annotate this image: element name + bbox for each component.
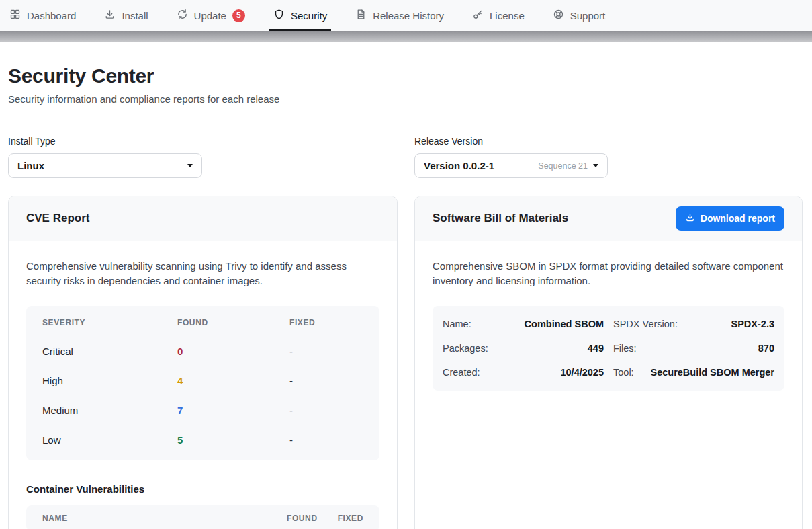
cve-report-card: CVE Report Comprehensive vulnerability s…	[8, 196, 398, 529]
severity-label: Low	[42, 434, 177, 446]
nav-label: License	[490, 10, 525, 22]
nav-item-support[interactable]: Support	[553, 0, 606, 31]
refresh-icon	[177, 9, 188, 22]
release-version-value: Version 0.0.2-1	[424, 160, 494, 171]
fixed-count: -	[289, 434, 363, 446]
page-content: Security Center Security information and…	[0, 65, 812, 529]
release-version-label: Release Version	[414, 136, 803, 147]
sbom-body: Comprehensive SBOM in SPDX format provid…	[415, 241, 802, 408]
found-count: 4	[177, 375, 289, 386]
key-icon	[472, 9, 484, 22]
nav-item-update[interactable]: Update 5	[177, 0, 245, 31]
install-type-filter: Install Type Linux	[8, 136, 398, 178]
sbom-info-files: Files: 870	[613, 336, 774, 360]
column-header-severity: SEVERITY	[42, 318, 177, 327]
nav-label: Release History	[373, 10, 444, 22]
document-icon	[355, 9, 367, 22]
info-value: 449	[588, 343, 604, 354]
lifebuoy-icon	[553, 9, 564, 22]
column-header-name: NAME	[42, 514, 287, 523]
shield-icon	[273, 9, 285, 22]
download-icon	[104, 9, 116, 22]
download-report-button[interactable]: Download report	[676, 206, 784, 231]
nav-label: Support	[570, 10, 606, 22]
info-label: SPDX Version:	[613, 319, 678, 329]
dashboard-grid-icon	[9, 9, 21, 22]
cve-report-body: Comprehensive vulnerability scanning usi…	[9, 241, 397, 529]
download-report-label: Download report	[701, 213, 775, 224]
container-vulnerabilities-title: Container Vulnerabilities	[26, 483, 379, 495]
fixed-count: -	[289, 375, 363, 386]
cve-report-description: Comprehensive vulnerability scanning usi…	[26, 259, 379, 288]
column-header-fixed: FIXED	[289, 318, 363, 327]
table-row: Medium 7 -	[26, 396, 379, 425]
info-value: SecureBuild SBOM Merger	[650, 367, 774, 378]
severity-label: Critical	[42, 345, 177, 357]
nav-item-install[interactable]: Install	[104, 0, 148, 31]
install-type-select[interactable]: Linux	[8, 153, 202, 178]
nav-label: Dashboard	[27, 10, 76, 22]
sbom-header: Software Bill of Materials Download repo…	[415, 196, 802, 241]
nav-label: Update	[194, 10, 226, 22]
sbom-info-spdx-version: SPDX Version: SPDX-2.3	[613, 312, 774, 336]
fixed-count: -	[289, 345, 363, 357]
sequence-label: Sequence 21	[538, 161, 588, 171]
sbom-info-packages: Packages: 449	[443, 336, 604, 360]
nav-item-security[interactable]: Security	[273, 0, 327, 31]
info-label: Files:	[613, 343, 637, 354]
table-row: Low 5 -	[26, 425, 379, 455]
install-type-value: Linux	[17, 160, 44, 171]
cve-report-title: CVE Report	[26, 212, 89, 225]
filters-row: Install Type Linux Release Version Versi…	[8, 136, 804, 178]
cve-report-header: CVE Report	[9, 196, 397, 241]
info-label: Tool:	[613, 367, 634, 378]
sbom-card: Software Bill of Materials Download repo…	[414, 196, 803, 529]
nav-item-release-history[interactable]: Release History	[355, 0, 444, 31]
table-row: Critical 0 -	[26, 337, 379, 366]
nav-item-license[interactable]: License	[472, 0, 525, 31]
update-count-badge: 5	[232, 9, 245, 22]
nav-item-dashboard[interactable]: Dashboard	[9, 0, 76, 31]
page-title: Security Center	[8, 65, 804, 87]
sbom-info-name: Name: Combined SBOM	[443, 312, 604, 336]
chevron-down-icon	[593, 164, 598, 167]
install-type-label: Install Type	[8, 136, 398, 147]
sbom-info-created: Created: 10/4/2025	[443, 360, 604, 384]
chevron-down-icon	[187, 164, 193, 167]
info-value: SPDX-2.3	[731, 319, 774, 329]
sbom-info-tool: Tool: SecureBuild SBOM Merger	[613, 360, 774, 384]
cards-row: CVE Report Comprehensive vulnerability s…	[8, 196, 804, 529]
release-version-select[interactable]: Version 0.0.2-1 Sequence 21	[414, 153, 608, 178]
column-header-found: FOUND	[177, 318, 289, 327]
fixed-count: -	[289, 405, 363, 416]
sbom-info-grid: Name: Combined SBOM SPDX Version: SPDX-2…	[433, 306, 784, 391]
info-value: 10/4/2025	[560, 367, 604, 378]
severity-label: High	[42, 375, 177, 386]
info-value: 870	[758, 343, 774, 354]
severity-table: SEVERITY FOUND FIXED Critical 0 - High 4…	[26, 306, 379, 460]
found-count: 7	[177, 405, 289, 416]
download-icon	[685, 212, 695, 225]
sbom-title: Software Bill of Materials	[433, 212, 568, 225]
nav-label: Security	[291, 10, 327, 22]
page-subtitle: Security information and compliance repo…	[8, 93, 804, 105]
sbom-description: Comprehensive SBOM in SPDX format provid…	[433, 259, 784, 288]
info-value: Combined SBOM	[525, 319, 604, 329]
severity-label: Medium	[42, 405, 177, 416]
container-vulnerabilities-header: NAME FOUND FIXED	[26, 505, 379, 529]
header-divider-bar	[0, 31, 812, 42]
release-version-filter: Release Version Version 0.0.2-1 Sequence…	[414, 136, 803, 178]
found-count: 0	[177, 345, 289, 357]
info-label: Packages:	[443, 343, 488, 354]
found-count: 5	[177, 434, 289, 446]
info-label: Created:	[443, 367, 480, 378]
column-header-fixed: FIXED	[338, 514, 363, 523]
column-header-found: FOUND	[287, 514, 318, 523]
info-label: Name:	[443, 319, 471, 329]
nav-label: Install	[122, 10, 148, 22]
table-row: High 4 -	[26, 366, 379, 396]
top-navigation: Dashboard Install Update 5 Security Rele…	[0, 0, 812, 31]
severity-table-header: SEVERITY FOUND FIXED	[26, 309, 379, 337]
